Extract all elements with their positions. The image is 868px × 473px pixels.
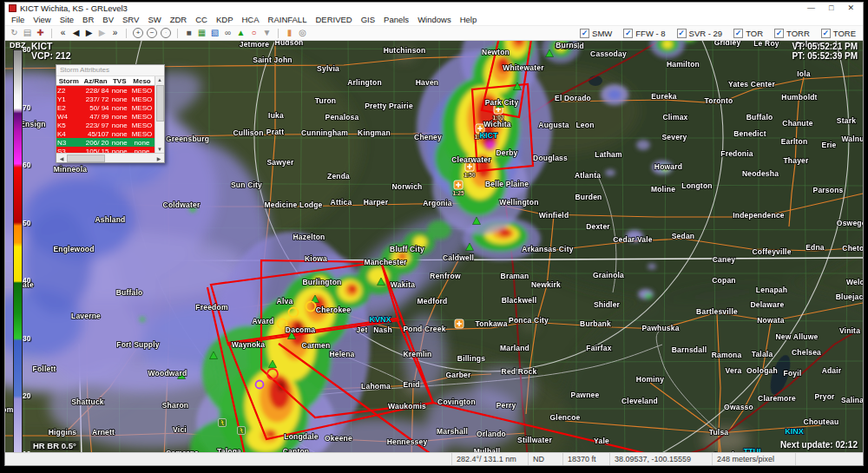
storm-panel-vscrollbar[interactable]: ▲ ▼ [155,76,164,153]
lsr-report-icon[interactable] [238,427,246,435]
storm-attributes-table[interactable]: StormAz/RanTVSMeso Z2228/ 84noneMESOY123… [56,76,155,153]
warning-toggle-ffw8[interactable]: ✓FFW - 8 [623,29,665,38]
warning-toggle-tore[interactable]: ✓TORE [821,29,856,38]
map-label-city: Bartlesville [696,307,738,316]
map-label-city: Pond Creek [403,325,445,333]
spotter-report-icon[interactable] [455,319,464,328]
door-icon[interactable]: ▮ [284,28,295,38]
hail-toggle-icon[interactable]: ▲ [235,28,247,38]
map-label-city: Mulhall [474,447,501,452]
map-label-city: Wichita [483,120,511,128]
menu-item-help[interactable]: Help [456,15,482,24]
colorbar-tick: 40 [23,276,30,285]
storm-panel-title[interactable]: Storm Attributes [56,65,164,76]
checkbox-icon[interactable]: ✓ [623,29,633,38]
map-label-city: Carmen [302,341,331,350]
menu-item-panels[interactable]: Panels [379,15,413,24]
warning-toggle-torr[interactable]: ✓TORR [774,29,810,38]
checkbox-icon[interactable]: ✓ [580,29,589,38]
step-back-icon[interactable]: ◀ [70,28,82,38]
minimize-button[interactable]: — [807,3,815,14]
menu-item-derived[interactable]: DERIVED [311,15,356,24]
map-label-city: Oologah [746,366,778,375]
map-layers-icon[interactable]: ▧ [209,28,220,38]
background-image-icon[interactable]: ▦ [196,28,207,38]
tvs-toggle-icon[interactable]: ▼ [261,28,273,38]
meso-toggle-icon[interactable]: ○ [248,28,260,38]
storm-attributes-panel[interactable]: Storm Attributes StormAz/RanTVSMeso Z222… [56,64,165,163]
storm-panel-hscrollbar[interactable]: ◀ ▶ [56,153,164,162]
target-icon[interactable]: ◎ [297,28,308,38]
blank-panel-icon[interactable]: ■ [183,28,194,38]
scroll-left-icon[interactable]: ◀ [57,155,66,161]
map-label-city: Avard [253,317,274,325]
menu-item-cc[interactable]: CC [191,15,212,24]
storm-column-header[interactable]: TVS [110,76,129,86]
menu-item-zdr[interactable]: ZDR [166,15,192,24]
warning-toggle-tor[interactable]: ✓TOR [733,29,763,38]
menu-item-bv[interactable]: BV [98,15,118,24]
lsr-report-icon[interactable] [219,419,227,427]
storm-row[interactable]: E250/ 94noneMESO [56,103,155,112]
storm-row[interactable]: S3105/ 15nonenone [56,147,155,153]
menu-item-rainfall[interactable]: RAINFALL [264,15,312,24]
menu-item-br[interactable]: BR [78,15,98,24]
menu-item-windows[interactable]: Windows [413,15,456,24]
map-label-city: Oswego [837,219,863,227]
map-label-city: Freedom [195,303,228,312]
storm-column-header[interactable]: Storm [56,76,82,86]
menu-item-kdp[interactable]: KDP [212,15,238,24]
skip-last-icon[interactable]: » [109,28,121,38]
radar-map-viewport[interactable]: 1:021:001:501:25 JetmoreGarfieldHudsonHu… [5,41,863,452]
scroll-right-icon[interactable]: ▶ [155,155,163,161]
map-label-city: Manchester [364,258,407,266]
map-label-city: Coldwater [163,200,201,209]
storm-row[interactable]: Z2228/ 84noneMESO [56,86,155,95]
menu-item-srv[interactable]: SRV [118,15,143,24]
warning-toggle-smw[interactable]: ✓SMW [580,29,612,38]
zoom-in-icon[interactable]: + [133,28,143,38]
hscroll-thumb[interactable] [67,154,105,162]
placefiles-icon[interactable]: ✚ [35,28,46,38]
checkbox-icon[interactable]: ✓ [733,29,743,38]
storm-row[interactable]: K445/107noneMESO [56,129,155,138]
checkbox-icon[interactable]: ✓ [821,29,831,38]
checkbox-icon[interactable]: ✓ [774,29,784,38]
gis-link-icon[interactable]: ∞ [222,28,233,38]
zoom-reset-icon[interactable]: · [161,28,171,38]
skip-first-icon[interactable]: « [57,28,69,38]
menu-item-site[interactable]: Site [56,15,78,24]
menu-item-file[interactable]: File [7,15,29,24]
play-disabled-icon[interactable]: ▶ [96,28,108,38]
spotter-report-icon[interactable]: 1:25 [452,181,464,196]
scroll-up-icon[interactable]: ▲ [155,77,164,82]
menu-item-sw[interactable]: SW [143,15,165,24]
menu-item-hca[interactable]: HCA [238,15,264,24]
time-overlay: VT: 05:52:21 PM PT: 05:52:39 PM [792,42,858,61]
map-label-city: Sapulpa [713,450,744,452]
maximize-button[interactable]: □ [829,3,833,14]
close-button[interactable]: ✕ [847,3,854,14]
storm-column-header[interactable]: Meso [129,76,155,86]
menu-item-view[interactable]: View [29,15,55,24]
vscroll-thumb[interactable] [156,85,164,122]
site-refresh-icon[interactable]: ↻ [9,28,20,38]
checkbox-icon[interactable]: ✓ [677,29,687,38]
storm-row[interactable]: W447/ 99noneMESO [56,112,155,121]
zoom-out-icon[interactable]: − [147,28,157,38]
storm-row[interactable]: N3206/ 20nonenone [56,138,155,147]
map-label-city: Helena [329,350,354,358]
menu-item-gis[interactable]: GIS [357,15,379,24]
play-icon[interactable]: ▶ [83,28,95,38]
colorbar-tick: 60 [23,161,30,169]
storm-row[interactable]: Y1237/ 72noneMESO [56,95,155,103]
title-bar[interactable]: KICT Wichita, KS - GRLevel3 — □ ✕ [5,3,863,14]
warning-toggle-svr29[interactable]: ✓SVR - 29 [677,29,723,38]
spotter-report-icon[interactable]: 1:50 [464,162,475,178]
map-label-city: Welch [846,278,863,286]
map-label-city: Derby [496,148,517,157]
copy-image-icon[interactable]: ▤ [22,28,33,38]
storm-column-header[interactable]: Az/Ran [82,76,110,86]
scroll-down-icon[interactable]: ▼ [155,147,164,152]
storm-row[interactable]: K5223/ 97noneMESO [56,121,155,129]
